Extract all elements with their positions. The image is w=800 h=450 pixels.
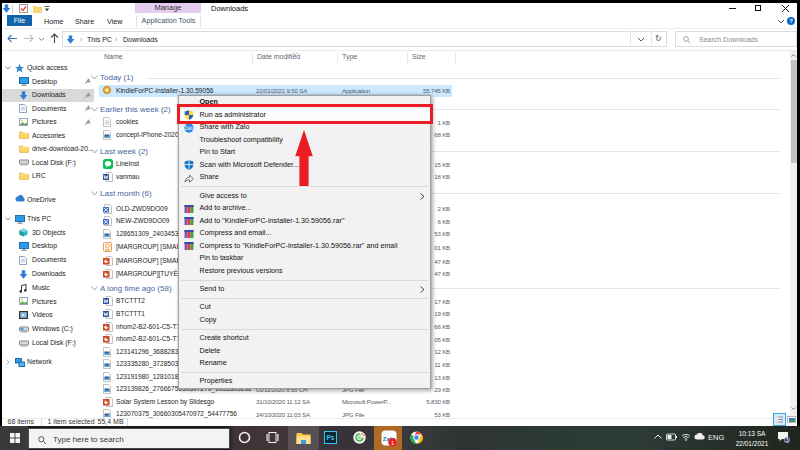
svg-text:Ps: Ps: [327, 434, 335, 441]
svg-text:Zalo: Zalo: [185, 125, 194, 130]
svg-text:1: 1: [390, 439, 393, 445]
svg-text:3: 3: [786, 438, 789, 443]
